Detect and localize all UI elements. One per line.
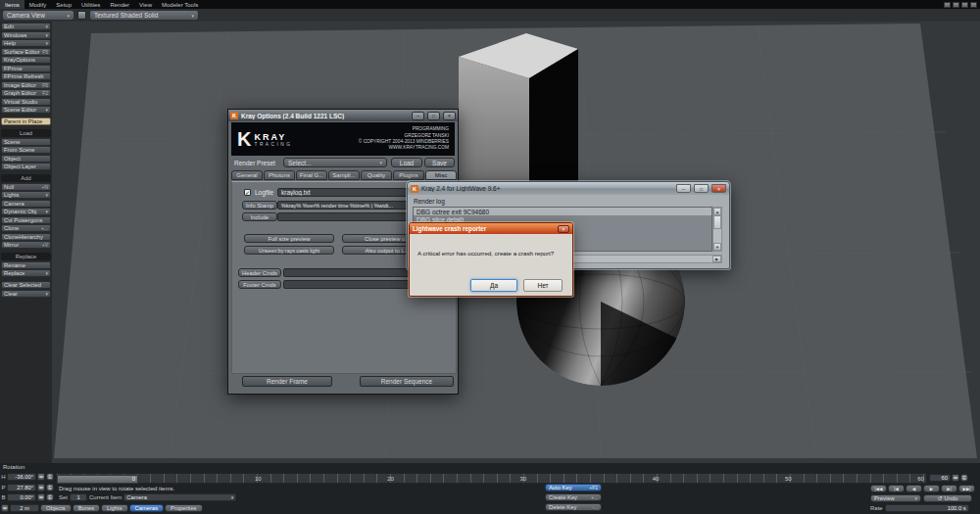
window-icon[interactable]: [970, 2, 977, 8]
key-button[interactable]: Delete Key -...: [545, 503, 602, 511]
sidebar-item[interactable]: FPrime: [1, 65, 51, 72]
stepper-icon[interactable]: ◀▶: [1, 504, 9, 512]
set-field[interactable]: 1: [70, 493, 87, 501]
envelope-button[interactable]: E: [960, 474, 968, 482]
transport-button[interactable]: ▶▶|: [958, 485, 975, 492]
mode-button[interactable]: Bones: [73, 504, 100, 512]
sidebar-item[interactable]: Cvt Powergons: [1, 216, 51, 224]
sidebar-item[interactable]: Edit ▾: [1, 23, 51, 30]
render-frame-button[interactable]: Render Frame: [242, 376, 332, 387]
mode-button[interactable]: Properties: [165, 504, 202, 512]
undo-button[interactable]: ↺ Undo: [923, 494, 972, 502]
kray-tab[interactable]: Final G...: [296, 170, 327, 180]
kray-tab[interactable]: Sampli...: [328, 170, 360, 180]
window-system-icons[interactable]: [944, 2, 980, 8]
menu-item[interactable]: Modeler Tools: [157, 0, 203, 9]
sidebar-item[interactable]: Dynamic Obj ▾: [1, 208, 51, 215]
sidebar-item[interactable]: Mirror +V: [1, 241, 51, 249]
sidebar-item[interactable]: Graph Editor F2: [1, 89, 51, 97]
full-size-preview-button[interactable]: Full size preview: [244, 234, 334, 243]
window-icon[interactable]: [953, 2, 959, 8]
bank-field[interactable]: 0.00°: [7, 493, 36, 501]
sidebar-item[interactable]: Clear Selected: [1, 281, 51, 289]
vertical-scrollbar[interactable]: ▲ ▼: [712, 207, 722, 252]
sidebar-item[interactable]: Virtual Studio: [1, 98, 51, 106]
transport-button[interactable]: ▶: [923, 485, 940, 492]
sidebar-item[interactable]: KrayOptions: [1, 56, 51, 64]
scroll-thumb[interactable]: [713, 215, 721, 229]
preview-dropdown[interactable]: Preview ▾: [870, 494, 921, 502]
kray-log-titlebar[interactable]: K Kray 2.4 for LightWave 9.6+ ─ □ ×: [408, 182, 729, 195]
key-button[interactable]: Create Key +...: [545, 493, 602, 501]
view-mode-dropdown[interactable]: Camera View ▾: [2, 10, 74, 21]
kray-tab[interactable]: Misc: [425, 170, 457, 180]
kray-tab[interactable]: General: [231, 170, 263, 180]
maximize-icon[interactable]: □: [427, 112, 440, 120]
window-icon[interactable]: [944, 2, 951, 8]
menu-item[interactable]: Modify: [24, 0, 52, 9]
sidebar-item[interactable]: FPrime Refresh: [1, 72, 51, 80]
no-button[interactable]: Нет: [523, 279, 563, 292]
render-sequence-button[interactable]: Render Sequence: [360, 376, 454, 387]
timeline-ruler[interactable]: 0 102030405060: [56, 473, 927, 484]
kray-tab[interactable]: Quality: [361, 170, 392, 180]
minimize-icon[interactable]: ─: [412, 112, 424, 120]
sidebar-item[interactable]: Null +N: [1, 183, 51, 191]
close-icon[interactable]: ×: [558, 225, 569, 233]
menu-item[interactable]: Setup: [51, 0, 76, 9]
scroll-right-icon[interactable]: ▶: [712, 256, 721, 262]
sidebar-item[interactable]: Parent in Place: [1, 117, 51, 125]
load-preset-button[interactable]: Load: [391, 158, 422, 167]
footer-cmds-button[interactable]: Footer Cmds: [238, 280, 281, 289]
sidebar-item[interactable]: Clone +...: [1, 224, 51, 232]
kray-tab[interactable]: Plugins: [393, 170, 424, 180]
sidebar-item[interactable]: Help ▾: [1, 39, 51, 47]
close-icon[interactable]: ×: [443, 112, 456, 120]
kray-options-titlebar[interactable]: K Kray Options (2.4 Build 1221 LSC) ─ □ …: [228, 110, 458, 121]
header-cmds-button[interactable]: Header Cmds: [238, 268, 281, 277]
current-item-dropdown[interactable]: Camera ▾: [123, 493, 236, 501]
menu-item[interactable]: Render: [105, 0, 134, 9]
yes-button[interactable]: Да: [470, 279, 517, 292]
shading-mode-dropdown[interactable]: Textured Shaded Solid ▾: [89, 10, 199, 21]
include-button[interactable]: Include: [242, 212, 277, 221]
frame-slider[interactable]: 0: [57, 475, 138, 484]
sidebar-item[interactable]: Scene: [1, 138, 51, 146]
sidebar-item[interactable]: Windows ▾: [1, 31, 51, 39]
close-icon[interactable]: ×: [711, 184, 726, 193]
scroll-up-icon[interactable]: ▲: [713, 208, 721, 215]
sidebar-item[interactable]: Camera: [1, 200, 51, 208]
info-stamp-field[interactable]: %kray% %ver% render time %time% | %widt.…: [277, 201, 415, 210]
info-stamp-button[interactable]: Info Stamp: [242, 201, 277, 210]
key-button[interactable]: Auto Key +F1: [545, 484, 602, 491]
sidebar-item[interactable]: Surface Editor F5: [1, 48, 51, 56]
mode-button[interactable]: Objects: [40, 504, 72, 512]
sidebar-item[interactable]: Image Editor F6: [1, 81, 51, 89]
rate-field[interactable]: 100.0 s: [885, 504, 969, 512]
heading-field[interactable]: -36.00°: [7, 473, 36, 481]
stepper-icon[interactable]: ◀▶: [37, 493, 45, 501]
transport-button[interactable]: ▶|: [941, 485, 957, 492]
envelope-button[interactable]: E: [46, 493, 54, 501]
sidebar-item[interactable]: From Scene: [1, 146, 51, 154]
logfile-checkbox[interactable]: ✓: [244, 189, 251, 196]
transport-button[interactable]: ◀: [906, 485, 922, 492]
transport-button[interactable]: |◀: [888, 485, 905, 492]
sidebar-item[interactable]: CloneHierarchy: [1, 233, 51, 241]
log-line[interactable]: DBG octree exit 9C94680: [414, 208, 711, 215]
stepper-icon[interactable]: ◀▶: [37, 484, 45, 491]
end-frame-field[interactable]: 60: [929, 474, 951, 482]
stepper-icon[interactable]: ◀▶: [952, 474, 959, 482]
menu-item[interactable]: Items: [0, 0, 24, 9]
sidebar-item[interactable]: Load: [1, 129, 51, 137]
include-field[interactable]: [277, 212, 415, 221]
sidebar-item[interactable]: Lights ▾: [1, 191, 51, 199]
logfile-path-field[interactable]: kraylog.txt: [277, 188, 415, 197]
envelope-button[interactable]: E: [46, 473, 54, 481]
sidebar-item[interactable]: Add: [1, 174, 51, 182]
pitch-field[interactable]: 27.80°: [7, 484, 36, 491]
transport-button[interactable]: |◀◀: [870, 485, 887, 492]
mode-button[interactable]: Cameras: [129, 504, 165, 512]
mode-button[interactable]: Lights: [101, 504, 127, 512]
window-icon[interactable]: [961, 2, 968, 8]
